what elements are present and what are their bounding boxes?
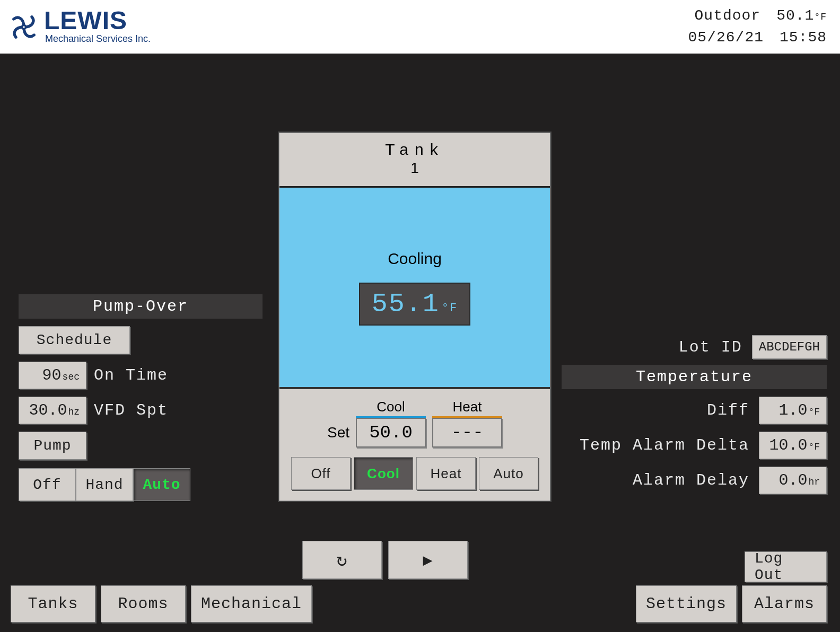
play-button[interactable]: ▶ [388,541,468,579]
outdoor-label: Outdoor [695,5,761,27]
vfd-unit: hz [68,407,80,417]
degree-f-icon: °F [442,302,458,315]
alarm-delta-value: 10.0 [769,436,807,454]
heat-setpoint-label: Heat [432,399,502,415]
lot-id-row: Lot ID ABCDEFGH [679,335,827,359]
logout-button[interactable]: Log Out [745,551,827,582]
lot-id-input[interactable]: ABCDEFGH [752,335,827,359]
on-time-unit: sec [63,372,80,382]
tank-mode-cool[interactable]: Cool [354,457,413,490]
pump-button[interactable]: Pump [19,432,86,460]
svg-point-0 [22,25,25,29]
on-time-label: On Time [94,366,168,384]
center-nav: ↻ ▶ [302,541,468,579]
settings-button[interactable]: Settings [636,585,737,622]
pump-mode-hand[interactable]: Hand [76,468,133,501]
vfd-spt-input[interactable]: 30.0hz [19,397,86,424]
pump-mode-off[interactable]: Off [19,468,76,501]
alarm-delay-label: Alarm Delay [633,471,749,489]
vfd-spt-label: VFD Spt [94,401,168,419]
swirl-icon [8,11,40,43]
lot-id-label: Lot ID [679,338,742,356]
degree-f-icon: °F [808,407,820,417]
tank-title: Tank [279,141,550,159]
setpoint-row: Set Cool 50.0 Heat --- [279,389,550,447]
heat-setpoint-input[interactable]: --- [432,418,502,447]
diff-label: Diff [707,401,749,419]
degree-f-icon: °F [808,442,820,452]
diff-value: 1.0 [778,401,807,419]
outdoor-temp: 50.1 [776,7,814,24]
cool-setpoint-label: Cool [356,399,426,415]
refresh-button[interactable]: ↻ [302,541,382,579]
play-icon: ▶ [423,550,433,570]
diff-input[interactable]: 1.0°F [759,397,827,424]
temperature-title: Temperature [562,365,827,389]
temperature-panel: Temperature Diff 1.0°F Temp Alarm Delta … [562,365,827,502]
tank-number: 1 [279,160,550,177]
alarms-button[interactable]: Alarms [742,585,827,622]
tank-status-label: Cooling [388,250,442,268]
tank-mode-off[interactable]: Off [291,457,351,490]
degree-f-icon: °F [814,12,827,22]
bottom-right-nav: Settings Alarms [636,585,827,622]
tanks-button[interactable]: Tanks [11,585,95,622]
pump-over-title: Pump-Over [19,294,262,319]
header-readout: Outdoor 50.1°F 05/26/21 15:58 [688,5,827,48]
tank-temp-display: 55.1°F [359,283,470,326]
refresh-icon: ↻ [336,549,347,571]
time-display: 15:58 [780,27,827,49]
bottom-left-nav: Tanks Rooms Mechanical [11,585,312,622]
temp-alarm-delta-label: Temp Alarm Delta [580,436,749,454]
temp-alarm-delta-input[interactable]: 10.0°F [759,432,827,459]
date-display: 05/26/21 [688,27,764,49]
alarm-delay-value: 0.0 [778,471,807,489]
mechanical-button[interactable]: Mechanical [191,585,312,622]
set-label: Set [327,424,349,441]
logo-subtitle: Mechanical Services Inc. [45,33,151,45]
on-time-input[interactable]: 90sec [19,362,86,389]
pump-mode-auto[interactable]: Auto [133,468,190,501]
alarm-delay-input[interactable]: 0.0hr [759,467,827,494]
tank-temp-value: 55.1 [372,289,440,319]
vfd-value: 30.0 [29,401,67,419]
header-bar: LEWIS Mechanical Services Inc. Outdoor 5… [0,0,840,54]
tank-status-area: Cooling 55.1°F [279,188,550,389]
pump-over-panel: Pump-Over Schedule 90sec On Time 30.0hz … [19,294,262,501]
on-time-value: 90 [42,366,62,384]
cool-setpoint-input[interactable]: 50.0 [356,418,426,447]
tank-mode-auto[interactable]: Auto [479,457,538,490]
logo: LEWIS Mechanical Services Inc. [8,9,151,44]
logo-title: LEWIS [44,9,151,32]
schedule-button[interactable]: Schedule [19,326,130,354]
alarm-delay-unit: hr [808,477,820,487]
tank-panel: Tank 1 Cooling 55.1°F Set Cool 50.0 Heat… [279,133,550,501]
tank-mode-heat[interactable]: Heat [416,457,476,490]
rooms-button[interactable]: Rooms [101,585,186,622]
tank-title-bar: Tank 1 [279,133,550,188]
